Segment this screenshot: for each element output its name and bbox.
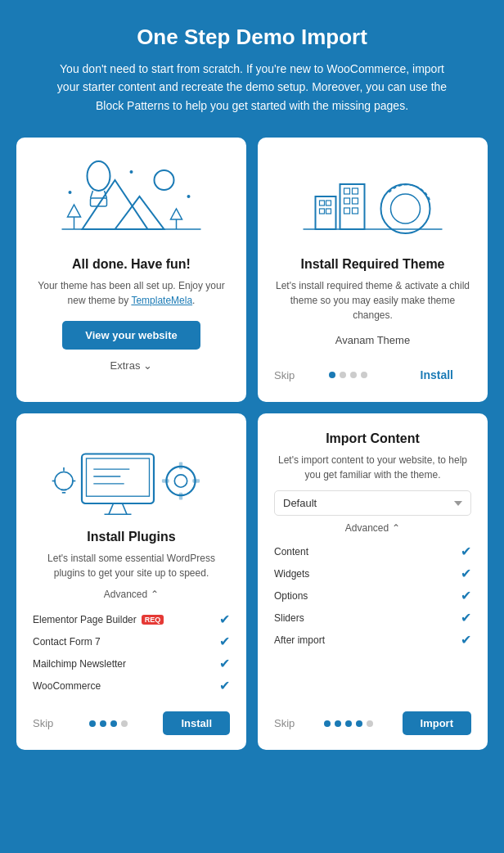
svg-rect-24: [353, 198, 358, 204]
svg-point-27: [381, 184, 430, 233]
svg-marker-10: [171, 209, 182, 219]
dot-import-2: [335, 720, 341, 727]
svg-point-12: [130, 170, 133, 174]
dot-import-3: [345, 720, 352, 727]
install-plugins-button[interactable]: Install: [163, 711, 230, 735]
dot-empty-3: [361, 372, 367, 378]
done-desc: Your theme has been all set up. Enjoy yo…: [33, 278, 230, 308]
req-badge: REQ: [142, 615, 164, 625]
install-theme-footer: Skip Install: [274, 354, 471, 387]
check-icon-options: ✔: [461, 588, 471, 603]
skip-plugins-link[interactable]: Skip: [33, 717, 53, 729]
chevron-up-icon: ⌃: [151, 589, 159, 600]
svg-rect-42: [162, 479, 169, 482]
skip-import-link[interactable]: Skip: [274, 717, 295, 729]
check-icon-mailchimp: ✔: [219, 656, 230, 671]
svg-point-39: [174, 475, 187, 487]
card-install-plugins: Install Plugins Let's install some essen…: [16, 413, 246, 750]
svg-line-4: [91, 191, 93, 198]
plugin-item: WooCommerce ✔: [33, 675, 230, 697]
plugin-name-woo: WooCommerce: [33, 680, 101, 692]
dot-active-2: [100, 720, 106, 727]
check-icon-cf7: ✔: [219, 634, 230, 649]
plugin-item: Contact Form 7 ✔: [33, 630, 230, 652]
check-icon-widgets: ✔: [461, 566, 471, 581]
check-icon-sliders: ✔: [461, 610, 471, 625]
done-illustration: [33, 156, 230, 246]
chevron-down-icon: ⌄: [143, 359, 152, 372]
import-content-footer: Skip Import: [274, 703, 471, 735]
import-row-widgets: Widgets ✔: [274, 562, 471, 584]
import-advanced-toggle[interactable]: Advanced ⌃: [345, 522, 400, 534]
theme-name: Avanam Theme: [335, 334, 410, 346]
dot-empty-import: [367, 720, 373, 727]
plugins-advanced-toggle[interactable]: Advanced ⌃: [104, 589, 159, 600]
dot-active-1: [89, 720, 96, 727]
plugin-item: Elementor Page Builder REQ ✔: [33, 608, 230, 630]
import-row-after: After import ✔: [274, 629, 471, 651]
install-theme-title: Install Required Theme: [300, 257, 444, 272]
chevron-up-icon-import: ⌃: [392, 522, 400, 534]
svg-marker-1: [115, 196, 164, 229]
dot-import-4: [356, 720, 362, 727]
dot-empty-plugins: [121, 720, 128, 727]
svg-line-33: [123, 503, 128, 514]
import-button[interactable]: Import: [403, 711, 471, 735]
svg-point-13: [187, 195, 191, 198]
dot-import-1: [324, 720, 331, 727]
plugin-item: Mailchimp Newsletter ✔: [33, 652, 230, 675]
view-website-button[interactable]: View your website: [62, 321, 200, 350]
check-icon-elementor: ✔: [219, 612, 230, 627]
svg-rect-43: [192, 479, 200, 482]
templatemela-link[interactable]: TemplateMela: [131, 295, 192, 306]
svg-rect-40: [179, 463, 182, 470]
svg-point-3: [88, 161, 110, 191]
svg-rect-18: [320, 209, 325, 214]
install-theme-desc: Let's install required theme & activate …: [274, 278, 471, 323]
page-subtitle: You don't need to start from scratch. If…: [47, 60, 457, 115]
install-plugins-desc: Let's install some essential WordPress p…: [33, 551, 230, 580]
plugin-name-mailchimp: Mailchimp Newsletter: [33, 658, 126, 670]
progress-dots-plugins: [89, 720, 128, 727]
dot-empty-1: [340, 372, 346, 378]
theme-illustration: [274, 156, 471, 246]
dot-active-3: [110, 720, 117, 727]
svg-rect-41: [179, 493, 182, 500]
progress-dots-import: [324, 720, 373, 727]
done-title: All done. Have fun!: [72, 257, 191, 272]
check-icon-woo: ✔: [219, 678, 230, 693]
extras-toggle[interactable]: Extras ⌄: [110, 359, 153, 372]
svg-rect-16: [320, 201, 325, 205]
page-header: One Step Demo Import You don't need to s…: [16, 25, 488, 115]
skip-theme-link[interactable]: Skip: [274, 369, 295, 381]
svg-rect-25: [344, 208, 350, 214]
svg-rect-31: [87, 458, 150, 496]
svg-rect-21: [344, 188, 350, 194]
dot-active: [329, 372, 335, 378]
check-icon-content: ✔: [461, 544, 471, 559]
svg-point-44: [55, 472, 73, 490]
svg-rect-19: [326, 209, 331, 214]
svg-point-2: [155, 170, 174, 190]
card-done: All done. Have fun! Your theme has been …: [16, 138, 246, 402]
install-theme-button[interactable]: Install: [403, 363, 471, 387]
svg-rect-22: [353, 188, 358, 194]
cards-grid: All done. Have fun! Your theme has been …: [16, 138, 488, 750]
plugin-name-elementor: Elementor Page Builder: [33, 614, 137, 625]
svg-marker-8: [68, 205, 81, 217]
svg-line-32: [109, 503, 114, 514]
plugins-illustration: [33, 431, 230, 521]
svg-point-28: [391, 194, 421, 223]
check-icon-after: ✔: [461, 632, 471, 648]
card-install-theme: Install Required Theme Let's install req…: [258, 138, 488, 402]
svg-rect-23: [344, 198, 350, 204]
import-content-desc: Let's import content to your website, to…: [274, 453, 471, 482]
import-dropdown[interactable]: Default: [274, 490, 471, 516]
import-row-options: Options ✔: [274, 584, 471, 607]
card-import-content: Import Content Let's import content to y…: [258, 413, 488, 750]
plugin-list: Elementor Page Builder REQ ✔ Contact For…: [33, 608, 230, 697]
svg-point-14: [69, 191, 72, 194]
import-row-sliders: Sliders ✔: [274, 607, 471, 629]
install-plugins-title: Install Plugins: [33, 530, 230, 544]
plugin-name-cf7: Contact Form 7: [33, 636, 101, 648]
